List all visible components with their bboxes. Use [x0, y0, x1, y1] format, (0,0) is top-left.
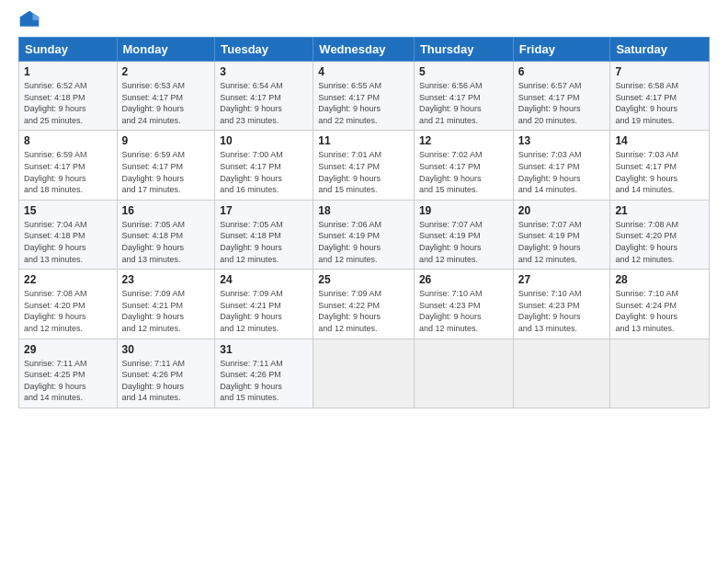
day-info: Sunrise: 7:01 AM Sunset: 4:17 PM Dayligh…	[318, 150, 381, 194]
header	[18, 9, 710, 31]
day-info: Sunrise: 7:05 AM Sunset: 4:18 PM Dayligh…	[122, 220, 186, 264]
day-info: Sunrise: 7:10 AM Sunset: 4:24 PM Dayligh…	[615, 289, 678, 333]
day-number: 1	[24, 65, 112, 78]
calendar-cell: 23Sunrise: 7:09 AM Sunset: 4:21 PM Dayli…	[117, 270, 215, 339]
calendar-cell	[313, 339, 415, 408]
calendar-cell	[610, 339, 710, 408]
calendar-cell: 22Sunrise: 7:08 AM Sunset: 4:20 PM Dayli…	[19, 270, 118, 339]
day-number: 6	[518, 65, 606, 78]
day-header-friday: Friday	[513, 38, 610, 62]
week-row-5: 29Sunrise: 7:11 AM Sunset: 4:25 PM Dayli…	[19, 339, 710, 408]
day-number: 8	[24, 134, 112, 147]
day-number: 21	[615, 204, 704, 217]
calendar-cell: 6Sunrise: 6:57 AM Sunset: 4:17 PM Daylig…	[513, 62, 610, 131]
calendar-cell: 31Sunrise: 7:11 AM Sunset: 4:26 PM Dayli…	[215, 339, 313, 408]
day-info: Sunrise: 7:00 AM Sunset: 4:17 PM Dayligh…	[220, 150, 283, 194]
calendar-cell: 14Sunrise: 7:03 AM Sunset: 4:17 PM Dayli…	[610, 131, 710, 200]
calendar-cell: 12Sunrise: 7:02 AM Sunset: 4:17 PM Dayli…	[414, 131, 513, 200]
day-number: 4	[318, 65, 409, 78]
day-number: 13	[518, 134, 606, 147]
day-number: 25	[318, 273, 409, 286]
day-number: 2	[122, 65, 210, 78]
header-row: SundayMondayTuesdayWednesdayThursdayFrid…	[19, 38, 710, 62]
day-number: 16	[122, 204, 210, 217]
calendar-cell: 27Sunrise: 7:10 AM Sunset: 4:23 PM Dayli…	[513, 270, 610, 339]
day-info: Sunrise: 7:11 AM Sunset: 4:26 PM Dayligh…	[220, 359, 283, 403]
day-number: 26	[419, 273, 508, 286]
day-number: 24	[220, 273, 308, 286]
day-number: 15	[24, 204, 112, 217]
day-number: 22	[24, 273, 112, 286]
week-row-4: 22Sunrise: 7:08 AM Sunset: 4:20 PM Dayli…	[19, 270, 710, 339]
calendar-cell: 1Sunrise: 6:52 AM Sunset: 4:18 PM Daylig…	[19, 62, 118, 131]
day-header-tuesday: Tuesday	[215, 38, 313, 62]
calendar-cell: 11Sunrise: 7:01 AM Sunset: 4:17 PM Dayli…	[313, 131, 415, 200]
day-info: Sunrise: 7:09 AM Sunset: 4:22 PM Dayligh…	[318, 289, 381, 333]
calendar-cell: 26Sunrise: 7:10 AM Sunset: 4:23 PM Dayli…	[414, 270, 513, 339]
day-header-thursday: Thursday	[414, 38, 513, 62]
day-number: 11	[318, 134, 409, 147]
day-number: 20	[518, 204, 606, 217]
day-info: Sunrise: 7:11 AM Sunset: 4:26 PM Dayligh…	[122, 359, 186, 403]
calendar-cell: 4Sunrise: 6:55 AM Sunset: 4:17 PM Daylig…	[313, 62, 415, 131]
day-info: Sunrise: 7:10 AM Sunset: 4:23 PM Dayligh…	[419, 289, 483, 333]
day-info: Sunrise: 7:11 AM Sunset: 4:25 PM Dayligh…	[24, 359, 87, 403]
day-info: Sunrise: 7:08 AM Sunset: 4:20 PM Dayligh…	[24, 289, 87, 333]
day-number: 30	[122, 343, 210, 356]
calendar-cell: 17Sunrise: 7:05 AM Sunset: 4:18 PM Dayli…	[215, 200, 313, 269]
day-info: Sunrise: 7:04 AM Sunset: 4:18 PM Dayligh…	[24, 220, 87, 264]
calendar-cell: 2Sunrise: 6:53 AM Sunset: 4:17 PM Daylig…	[117, 62, 215, 131]
day-number: 10	[220, 134, 308, 147]
day-info: Sunrise: 6:54 AM Sunset: 4:17 PM Dayligh…	[220, 81, 283, 125]
day-info: Sunrise: 7:07 AM Sunset: 4:19 PM Dayligh…	[518, 220, 582, 264]
day-info: Sunrise: 7:07 AM Sunset: 4:19 PM Dayligh…	[419, 220, 483, 264]
calendar-cell: 18Sunrise: 7:06 AM Sunset: 4:19 PM Dayli…	[313, 200, 415, 269]
svg-marker-1	[32, 13, 39, 20]
day-info: Sunrise: 7:03 AM Sunset: 4:17 PM Dayligh…	[615, 150, 678, 194]
logo	[18, 9, 44, 31]
day-number: 27	[518, 273, 606, 286]
day-number: 3	[220, 65, 308, 78]
calendar-cell: 28Sunrise: 7:10 AM Sunset: 4:24 PM Dayli…	[610, 270, 710, 339]
calendar-cell: 3Sunrise: 6:54 AM Sunset: 4:17 PM Daylig…	[215, 62, 313, 131]
calendar-cell: 21Sunrise: 7:08 AM Sunset: 4:20 PM Dayli…	[610, 200, 710, 269]
day-header-monday: Monday	[117, 38, 215, 62]
day-number: 17	[220, 204, 308, 217]
day-info: Sunrise: 7:06 AM Sunset: 4:19 PM Dayligh…	[318, 220, 381, 264]
calendar-table: SundayMondayTuesdayWednesdayThursdayFrid…	[18, 37, 710, 408]
day-info: Sunrise: 7:05 AM Sunset: 4:18 PM Dayligh…	[220, 220, 283, 264]
day-info: Sunrise: 6:59 AM Sunset: 4:17 PM Dayligh…	[122, 150, 186, 194]
calendar-cell: 24Sunrise: 7:09 AM Sunset: 4:21 PM Dayli…	[215, 270, 313, 339]
day-info: Sunrise: 7:03 AM Sunset: 4:17 PM Dayligh…	[518, 150, 582, 194]
day-number: 14	[615, 134, 704, 147]
calendar-cell: 5Sunrise: 6:56 AM Sunset: 4:17 PM Daylig…	[414, 62, 513, 131]
day-number: 7	[615, 65, 704, 78]
day-info: Sunrise: 6:59 AM Sunset: 4:17 PM Dayligh…	[24, 150, 87, 194]
day-number: 18	[318, 204, 409, 217]
day-number: 29	[24, 343, 112, 356]
day-info: Sunrise: 6:52 AM Sunset: 4:18 PM Dayligh…	[24, 81, 87, 125]
day-number: 31	[220, 343, 308, 356]
day-info: Sunrise: 6:55 AM Sunset: 4:17 PM Dayligh…	[318, 81, 381, 125]
logo-icon	[18, 9, 40, 31]
calendar-cell: 7Sunrise: 6:58 AM Sunset: 4:17 PM Daylig…	[610, 62, 710, 131]
page: SundayMondayTuesdayWednesdayThursdayFrid…	[0, 0, 728, 563]
day-number: 28	[615, 273, 704, 286]
day-header-wednesday: Wednesday	[313, 38, 415, 62]
calendar-cell: 20Sunrise: 7:07 AM Sunset: 4:19 PM Dayli…	[513, 200, 610, 269]
calendar-cell: 9Sunrise: 6:59 AM Sunset: 4:17 PM Daylig…	[117, 131, 215, 200]
day-number: 9	[122, 134, 210, 147]
day-header-sunday: Sunday	[19, 38, 118, 62]
day-number: 5	[419, 65, 508, 78]
calendar-cell: 25Sunrise: 7:09 AM Sunset: 4:22 PM Dayli…	[313, 270, 415, 339]
week-row-3: 15Sunrise: 7:04 AM Sunset: 4:18 PM Dayli…	[19, 200, 710, 269]
week-row-2: 8Sunrise: 6:59 AM Sunset: 4:17 PM Daylig…	[19, 131, 710, 200]
day-info: Sunrise: 6:58 AM Sunset: 4:17 PM Dayligh…	[615, 81, 678, 125]
calendar-cell: 8Sunrise: 6:59 AM Sunset: 4:17 PM Daylig…	[19, 131, 118, 200]
calendar-cell: 30Sunrise: 7:11 AM Sunset: 4:26 PM Dayli…	[117, 339, 215, 408]
day-info: Sunrise: 7:10 AM Sunset: 4:23 PM Dayligh…	[518, 289, 582, 333]
calendar-cell: 16Sunrise: 7:05 AM Sunset: 4:18 PM Dayli…	[117, 200, 215, 269]
day-number: 12	[419, 134, 508, 147]
calendar-cell: 19Sunrise: 7:07 AM Sunset: 4:19 PM Dayli…	[414, 200, 513, 269]
day-info: Sunrise: 6:56 AM Sunset: 4:17 PM Dayligh…	[419, 81, 483, 125]
